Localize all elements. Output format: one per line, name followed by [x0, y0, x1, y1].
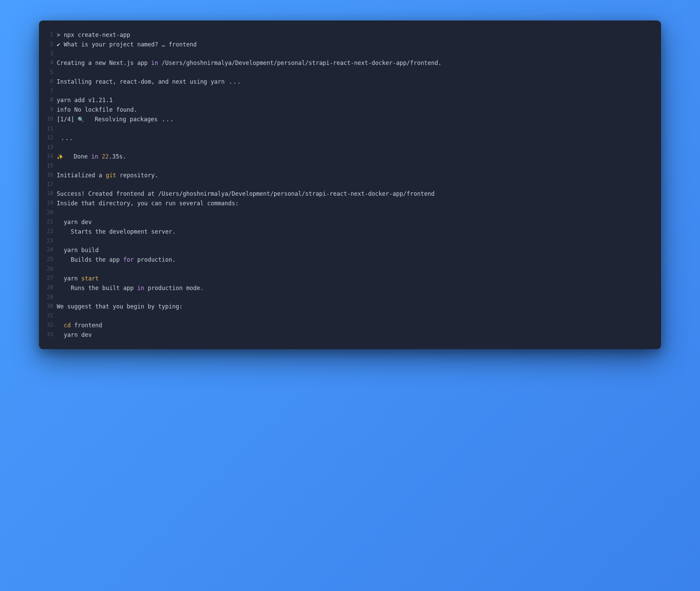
code-segment: git	[106, 172, 116, 179]
code-line: 2✔ What is your project named? … fronten…	[45, 40, 653, 49]
code-segment: Runs the built app	[57, 285, 137, 291]
line-number: 23	[45, 236, 57, 245]
code-segment: Starts the development server.	[57, 228, 176, 235]
code-segment: > npx create-next-app	[57, 31, 130, 38]
line-number: 17	[45, 180, 57, 189]
line-number: 28	[45, 283, 57, 292]
line-number: 26	[45, 264, 57, 273]
code-line: 4Creating a new Next.js app in /Users/gh…	[45, 58, 653, 68]
code-line: 19Inside that directory, you can run sev…	[45, 198, 653, 208]
line-number: 1	[45, 30, 57, 39]
code-segment: in	[91, 153, 98, 160]
code-segment: Installing react, react-dom, and next us…	[57, 78, 225, 85]
line-content: Installing react, react-dom, and next us…	[57, 77, 653, 86]
line-number: 25	[45, 255, 57, 264]
code-line: 22 Starts the development server.	[45, 227, 653, 236]
code-line: 14✨ Done in 22.35s.	[45, 152, 653, 161]
line-content: Success! Created frontend at /Users/ghos…	[57, 189, 653, 198]
line-number: 32	[45, 320, 57, 329]
code-segment: ...	[158, 116, 174, 123]
line-content: info No lockfile found.	[57, 105, 653, 114]
line-number: 3	[45, 49, 57, 58]
code-line: 20	[45, 208, 653, 217]
line-content: ...	[57, 133, 653, 143]
code-line: 8yarn add v1.21.1	[45, 95, 653, 105]
line-content: yarn dev	[57, 330, 653, 340]
code-segment: yarn add v1.21.1	[57, 97, 113, 104]
code-segment: Initialized a	[57, 172, 106, 179]
terminal-window: 1> npx create-next-app2✔ What is your pr…	[39, 20, 661, 349]
code-segment: in	[151, 59, 158, 66]
code-line: 3	[45, 49, 653, 58]
line-number: 10	[45, 114, 57, 123]
code-segment: Creating a new Next.js app	[57, 59, 151, 66]
code-line: 21 yarn dev	[45, 217, 653, 227]
line-number: 22	[45, 227, 57, 236]
line-number: 7	[45, 86, 57, 95]
code-segment	[57, 322, 64, 329]
code-line: 12 ...	[45, 133, 653, 143]
line-content: Starts the development server.	[57, 227, 653, 236]
line-number: 18	[45, 189, 57, 198]
line-number: 5	[45, 68, 57, 77]
line-content: Inside that directory, you can run sever…	[57, 198, 653, 208]
code-segment: yarn dev	[57, 331, 92, 338]
line-number: 19	[45, 198, 57, 207]
line-content: Builds the app for production.	[57, 255, 653, 264]
line-number: 15	[45, 161, 57, 170]
code-line: 16Initialized a git repository.	[45, 170, 653, 180]
code-segment: in	[137, 285, 144, 291]
code-segment: ✨	[57, 154, 63, 160]
code-segment: cd	[64, 322, 70, 329]
line-number: 31	[45, 311, 57, 320]
code-line: 10[1/4] 🔍 Resolving packages ...	[45, 114, 653, 124]
code-line: 13	[45, 143, 653, 152]
code-segment: Resolving packages	[84, 116, 158, 123]
code-line: 27 yarn start	[45, 274, 653, 283]
line-number: 29	[45, 293, 57, 302]
code-segment: ...	[57, 135, 73, 141]
code-segment: ...	[225, 78, 241, 85]
line-content: ✨ Done in 22.35s.	[57, 152, 653, 161]
code-segment: yarn	[57, 275, 81, 282]
line-number: 2	[45, 40, 57, 49]
line-number: 6	[45, 77, 57, 86]
code-segment: [1/4]	[57, 116, 78, 123]
code-segment: We suggest that you begin by typing:	[57, 303, 183, 310]
line-number: 24	[45, 245, 57, 254]
line-number: 14	[45, 152, 57, 161]
code-segment: repository.	[116, 172, 158, 179]
line-number: 21	[45, 217, 57, 226]
code-line: 23	[45, 236, 653, 245]
code-segment: Inside that directory, you can run sever…	[57, 200, 239, 207]
code-line: 32 cd frontend	[45, 320, 653, 330]
code-line: 30We suggest that you begin by typing:	[45, 302, 653, 311]
line-number: 13	[45, 143, 57, 152]
line-content: ✔ What is your project named? … frontend	[57, 40, 653, 49]
line-number: 27	[45, 274, 57, 283]
line-content: yarn add v1.21.1	[57, 95, 653, 105]
code-line: 25 Builds the app for production.	[45, 255, 653, 264]
code-segment: for	[123, 256, 134, 263]
code-line: 11	[45, 124, 653, 133]
code-line: 26	[45, 264, 653, 273]
line-content: yarn dev	[57, 217, 653, 227]
code-segment: Done	[63, 153, 91, 160]
line-number: 12	[45, 133, 57, 142]
code-segment: production mode.	[144, 285, 204, 291]
line-number: 20	[45, 208, 57, 217]
line-number: 30	[45, 302, 57, 311]
line-content: yarn build	[57, 245, 653, 255]
code-line: 33 yarn dev	[45, 330, 653, 340]
code-segment: yarn dev	[57, 219, 92, 225]
line-number: 9	[45, 105, 57, 114]
code-line: 9info No lockfile found.	[45, 105, 653, 114]
line-number: 33	[45, 330, 57, 339]
line-content: Runs the built app in production mode.	[57, 283, 653, 293]
code-segment: start	[81, 275, 99, 282]
code-segment: ✔ What is your project named? … frontend	[57, 41, 197, 48]
line-number: 16	[45, 170, 57, 179]
line-content: We suggest that you begin by typing:	[57, 302, 653, 311]
line-content: Initialized a git repository.	[57, 170, 653, 180]
code-line: 31	[45, 311, 653, 320]
